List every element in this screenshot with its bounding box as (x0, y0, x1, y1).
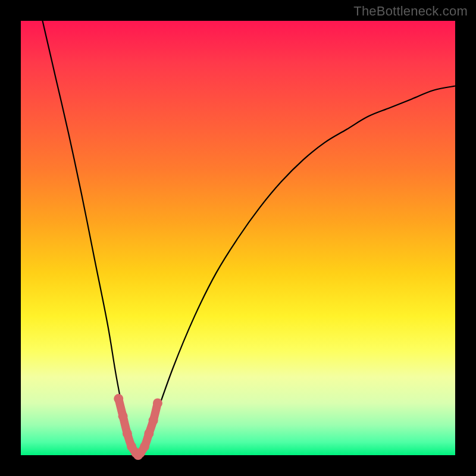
highlight-point (114, 394, 123, 403)
highlight-curve (118, 399, 158, 455)
highlight-point (153, 398, 162, 408)
bottleneck-curve (43, 21, 456, 455)
highlight-point (140, 441, 149, 451)
plot-area (21, 21, 455, 455)
highlight-point (144, 429, 154, 439)
highlight-point (149, 416, 158, 425)
curve-svg (21, 21, 455, 455)
chart-frame: TheBottleneck.com (0, 0, 476, 476)
highlight-point (118, 411, 128, 421)
highlight-point (123, 429, 132, 439)
highlight-region (114, 394, 162, 460)
watermark-text: TheBottleneck.com (353, 4, 468, 19)
